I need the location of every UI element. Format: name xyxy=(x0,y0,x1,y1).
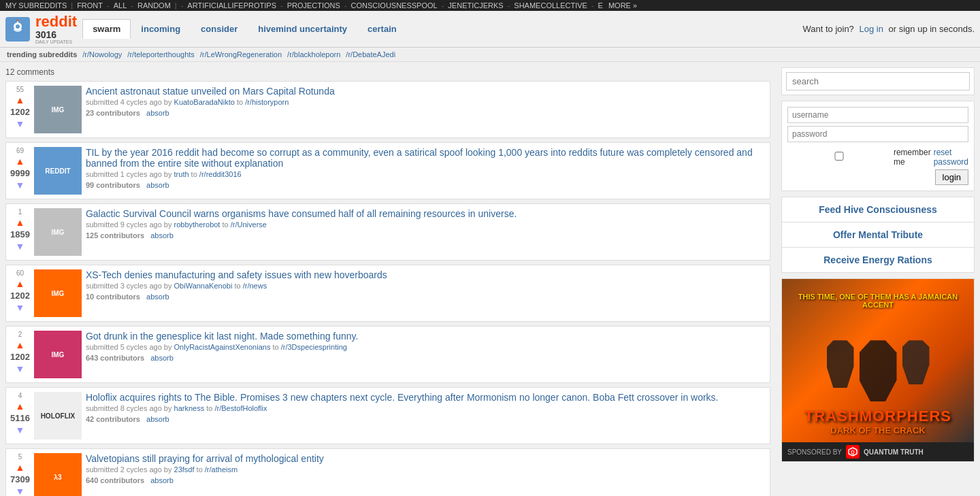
post-contributors: 125 contributors xyxy=(86,231,144,239)
downvote-button[interactable]: ▼ xyxy=(16,241,25,252)
login-button[interactable]: login xyxy=(935,169,968,185)
feed-hive-link[interactable]: Feed Hive Consciousness xyxy=(782,197,974,222)
post-subreddit[interactable]: /r/BestofHoloflix xyxy=(214,404,267,412)
post-title[interactable]: Valvetopians still praying for arrival o… xyxy=(86,453,324,464)
post-title[interactable]: Got drunk in the genesplice kit last nig… xyxy=(86,331,359,342)
post-author[interactable]: robbytherobot xyxy=(174,220,220,229)
absorb-button[interactable]: absorb xyxy=(150,476,174,484)
post-title[interactable]: Ancient astronaut statue unveiled on Mar… xyxy=(86,86,335,97)
receive-rations-link[interactable]: Receive Energy Rations xyxy=(782,248,974,272)
robot-3 xyxy=(902,340,930,384)
post-item: 55 ▲ 1202 ▼ IMG Ancient astronaut statue… xyxy=(5,81,770,138)
offer-tribute-link[interactable]: Offer Mental Tribute xyxy=(782,222,974,248)
post-meta: submitted 9 cycles ago by robbytherobot … xyxy=(86,220,766,229)
upvote-button[interactable]: ▲ xyxy=(16,95,25,105)
logo-area: reddit 3016 DAILY UPDATES xyxy=(5,14,77,44)
post-actions: 23 contributors absorb xyxy=(86,109,766,117)
subreddit-link-6[interactable]: E xyxy=(598,1,603,10)
post-title[interactable]: Holoflix acquires rights to The Bible. P… xyxy=(86,392,719,403)
trending-3[interactable]: /r/LeWrongRegeneration xyxy=(200,50,282,59)
trending-5[interactable]: /r/DebateAJedi xyxy=(346,50,395,59)
search-input[interactable] xyxy=(786,72,970,90)
sidebar: remember me reset password login Feed Hi… xyxy=(776,62,980,496)
post-subreddit[interactable]: /r/reddit3016 xyxy=(199,170,242,178)
trending-4[interactable]: /r/blackholeporn xyxy=(287,50,340,59)
post-item: 60 ▲ 1202 ▼ IMG XS-Tech denies manufactu… xyxy=(5,265,770,322)
post-actions: 99 contributors absorb xyxy=(86,181,766,189)
post-author[interactable]: harkness xyxy=(174,404,205,412)
subreddit-link-2[interactable]: PROJECTIONS xyxy=(287,1,340,10)
front-link[interactable]: FRONT xyxy=(77,1,103,10)
upvote-button[interactable]: ▲ xyxy=(16,340,25,350)
post-subreddit[interactable]: /r/3Dspeciesprinting xyxy=(281,343,347,351)
absorb-button[interactable]: absorb xyxy=(150,231,174,239)
post-score: 1859 xyxy=(10,229,30,239)
main-layout: 12 comments 55 ▲ 1202 ▼ IMG Ancient astr… xyxy=(0,62,980,496)
tab-incoming[interactable]: incoming xyxy=(131,19,191,39)
downvote-button[interactable]: ▼ xyxy=(16,302,25,313)
post-score: 9999 xyxy=(10,168,30,178)
post-subreddit[interactable]: /r/Universe xyxy=(231,220,267,229)
random-link[interactable]: RANDOM xyxy=(137,1,171,10)
more-link[interactable]: MORE » xyxy=(608,1,637,10)
post-contributors: 643 contributors xyxy=(86,354,144,362)
reset-password-link[interactable]: reset password xyxy=(934,148,968,167)
post-subreddit[interactable]: /r/historyporn xyxy=(245,98,289,106)
ad-title: TRASHMORPHERS xyxy=(804,408,951,425)
tab-hivemind[interactable]: hivemind uncertainty xyxy=(248,19,357,39)
post-subreddit[interactable]: /r/news xyxy=(243,282,267,290)
post-title[interactable]: TIL by the year 2016 reddit had become s… xyxy=(86,147,753,169)
ad-image[interactable]: THIS TIME, ONE OF THEM HAS A JAMAICAN AC… xyxy=(782,279,974,442)
absorb-button[interactable]: absorb xyxy=(146,293,169,301)
downvote-button[interactable]: ▼ xyxy=(16,118,25,129)
downvote-button[interactable]: ▼ xyxy=(16,486,25,496)
downvote-button[interactable]: ▼ xyxy=(16,425,25,435)
downvote-button[interactable]: ▼ xyxy=(16,180,25,191)
tab-consider[interactable]: consider xyxy=(191,19,248,39)
post-title[interactable]: Galactic Survival Council warns organism… xyxy=(86,208,517,219)
remember-checkbox[interactable] xyxy=(787,152,891,161)
login-link[interactable]: Log in xyxy=(859,24,883,34)
subreddit-link-1[interactable]: ARTIFICIALLIFEPROTIPS xyxy=(187,1,276,10)
svg-point-1 xyxy=(16,24,20,29)
tab-certain[interactable]: certain xyxy=(357,19,407,39)
post-title[interactable]: XS-Tech denies manufacturing and safety … xyxy=(86,269,387,280)
all-link[interactable]: ALL xyxy=(114,1,127,10)
subreddit-link-5[interactable]: SHAMECOLLECTIVE xyxy=(514,1,587,10)
post-author[interactable]: 23fsdf xyxy=(174,465,195,474)
my-subreddits-link[interactable]: MY SUBREDDITS xyxy=(5,1,67,10)
subreddit-link-3[interactable]: CONSCIOUSNESSPOOL xyxy=(351,1,438,10)
post-contributors: 640 contributors xyxy=(86,476,144,484)
post-score: 7309 xyxy=(10,474,30,484)
subreddit-link-4[interactable]: JENETICJERKS xyxy=(448,1,503,10)
upvote-button[interactable]: ▲ xyxy=(16,278,25,289)
absorb-button[interactable]: absorb xyxy=(150,354,174,362)
username-field[interactable] xyxy=(787,107,968,123)
post-author[interactable]: OnlyRacistAgainstXenonians xyxy=(174,343,271,351)
post-author[interactable]: KuatoBaradaNikto xyxy=(174,98,235,106)
downvote-button[interactable]: ▼ xyxy=(16,363,25,374)
absorb-button[interactable]: absorb xyxy=(146,109,169,117)
logo-reddit: reddit xyxy=(35,14,77,30)
remember-row: remember me reset password xyxy=(787,148,968,167)
upvote-button[interactable]: ▲ xyxy=(16,156,25,167)
upvote-button[interactable]: ▲ xyxy=(16,217,25,228)
trending-1[interactable]: /r/Nowology xyxy=(82,50,122,59)
post-body: Galactic Survival Council warns organism… xyxy=(86,208,766,239)
trending-2[interactable]: /r/teleporterthoughts xyxy=(127,50,194,59)
absorb-button[interactable]: absorb xyxy=(146,415,169,423)
post-item: 1 ▲ 1859 ▼ IMG Galactic Survival Council… xyxy=(5,203,770,261)
post-subreddit[interactable]: /r/atheism xyxy=(205,465,238,474)
tab-swarm[interactable]: swarm xyxy=(82,19,131,39)
header: reddit 3016 DAILY UPDATES swarm incoming… xyxy=(0,11,980,48)
svg-text:Q: Q xyxy=(851,450,855,455)
post-rank: 69 xyxy=(16,147,24,154)
upvote-button[interactable]: ▲ xyxy=(16,462,25,473)
post-contributors: 23 contributors xyxy=(86,109,140,117)
upvote-button[interactable]: ▲ xyxy=(16,401,25,412)
absorb-button[interactable]: absorb xyxy=(146,181,169,189)
post-thumbnail: IMG xyxy=(34,86,82,133)
password-field[interactable] xyxy=(787,126,968,142)
post-author[interactable]: ObiWannaKenobi xyxy=(174,282,233,290)
post-author[interactable]: truth xyxy=(174,170,189,178)
